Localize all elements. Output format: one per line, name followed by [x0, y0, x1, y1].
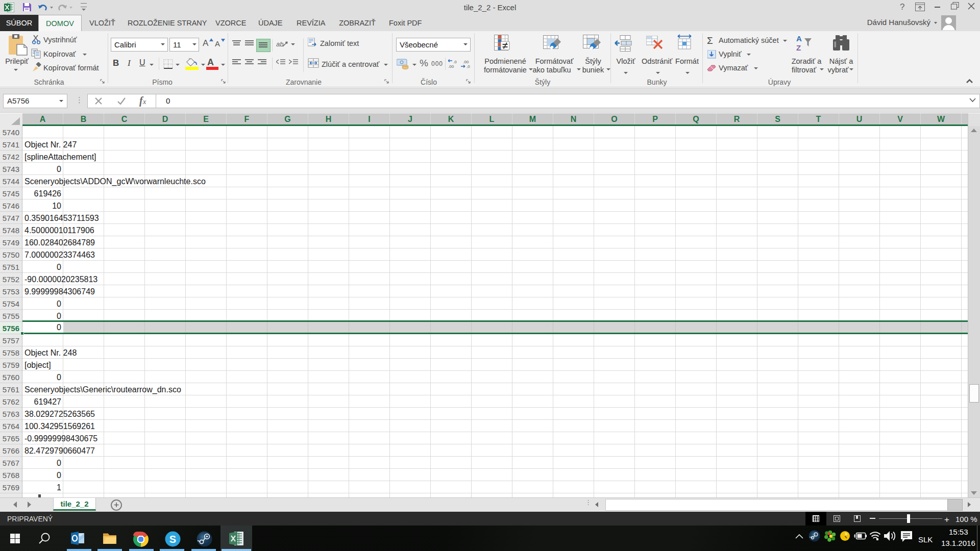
svg-text:.0: .0 [453, 60, 457, 64]
svg-text:S: S [169, 534, 176, 545]
svg-text:ab: ab [276, 40, 283, 48]
svg-text:,0: ,0 [467, 64, 470, 68]
svg-text:Z: Z [796, 43, 801, 52]
svg-text:.00: .00 [448, 64, 454, 68]
svg-text:A: A [796, 34, 802, 43]
svg-text:.00: .00 [463, 60, 469, 64]
